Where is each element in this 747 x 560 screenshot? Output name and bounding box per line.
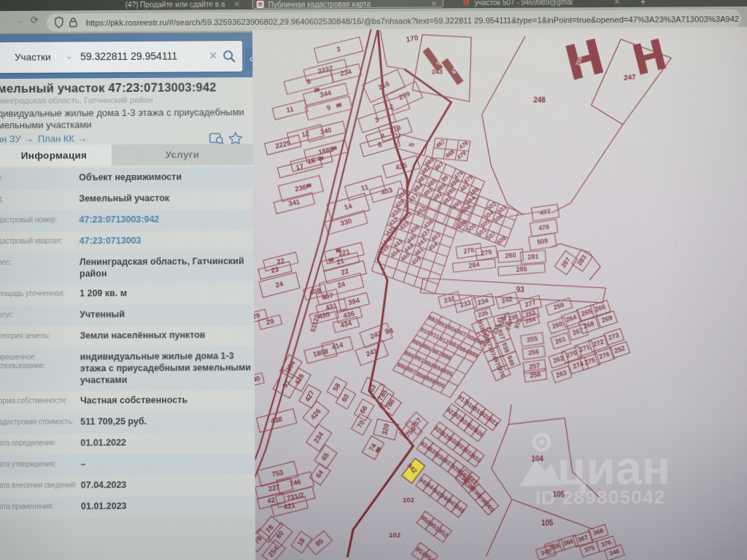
svg-text:102: 102 — [403, 495, 414, 503]
svg-text:104: 104 — [531, 454, 543, 462]
svg-text:248: 248 — [533, 96, 546, 104]
svg-text:102: 102 — [389, 530, 400, 538]
svg-text:93: 93 — [516, 285, 525, 293]
svg-text:243: 243 — [432, 69, 443, 76]
svg-text:247: 247 — [623, 73, 636, 82]
svg-text:ID 289805042: ID 289805042 — [535, 486, 666, 509]
svg-text:285: 285 — [516, 265, 527, 273]
svg-text:280: 280 — [505, 252, 516, 260]
svg-text:105: 105 — [541, 518, 554, 526]
svg-text:284: 284 — [468, 261, 480, 270]
svg-text:281: 281 — [527, 252, 539, 260]
